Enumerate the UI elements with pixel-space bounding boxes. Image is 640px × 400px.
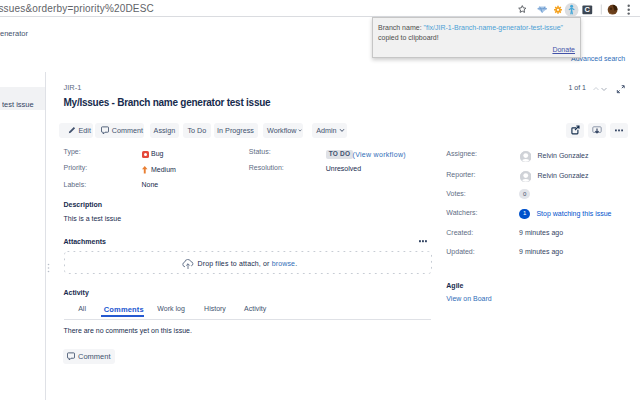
- svg-text:C: C: [585, 5, 591, 14]
